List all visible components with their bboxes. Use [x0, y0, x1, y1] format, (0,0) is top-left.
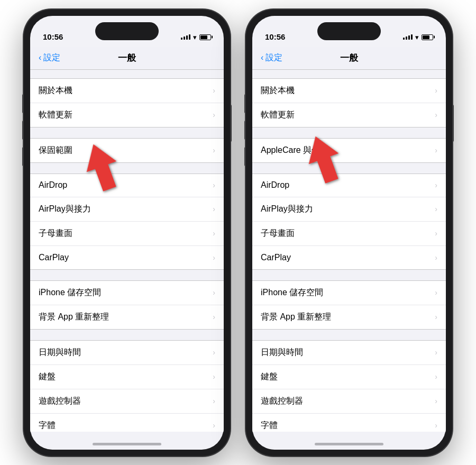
chevron-icon: ›	[435, 348, 437, 357]
signal-dot-4	[411, 34, 413, 40]
settings-content-right: 關於本機 › 軟體更新 › AppleCare 與保固 ›	[252, 70, 446, 432]
section-gap-2-left	[30, 127, 224, 138]
chevron-icon: ›	[435, 205, 437, 213]
row-label: 字體	[261, 420, 278, 431]
group-5-left: 日期與時間 › 鍵盤 › 遊戲控制器 › 字體 ›	[30, 340, 224, 432]
list-item[interactable]: 遊戲控制器 ›	[252, 389, 446, 414]
row-label: 背景 App 重新整理	[39, 312, 109, 323]
group-2-left: 保固範圍 ›	[30, 138, 224, 163]
list-item[interactable]: 字體 ›	[30, 414, 224, 432]
list-item[interactable]: 遊戲控制器 ›	[30, 389, 224, 414]
group-5-right: 日期與時間 › 鍵盤 › 遊戲控制器 › 字體 ›	[252, 340, 446, 432]
battery-fill-left	[200, 35, 207, 39]
wifi-icon-right: ▾	[415, 33, 419, 41]
row-label: 背景 App 重新整理	[261, 312, 331, 323]
list-item[interactable]: 關於本機 ›	[252, 79, 446, 103]
list-item[interactable]: 鍵盤 ›	[30, 365, 224, 389]
signal-left	[181, 34, 190, 40]
group-3-left: AirDrop › AirPlay與接力 › 子母畫面 › CarPlay ›	[30, 174, 224, 270]
settings-content-left: 關於本機 › 軟體更新 › 保固範圍 › AirDrop	[30, 70, 224, 432]
list-item[interactable]: AppleCare 與保固 ›	[252, 139, 446, 162]
row-label: 日期與時間	[261, 347, 303, 358]
list-item[interactable]: 軟體更新 ›	[30, 103, 224, 127]
list-item[interactable]: iPhone 儲存空間 ›	[252, 281, 446, 305]
section-gap-4-right	[252, 270, 446, 280]
group-2-right: AppleCare 與保固 ›	[252, 138, 446, 163]
signal-right	[403, 34, 413, 40]
chevron-icon: ›	[213, 288, 215, 297]
row-label: AirPlay與接力	[261, 204, 313, 215]
time-right: 10:56	[265, 32, 285, 42]
list-item[interactable]: AirDrop ›	[30, 174, 224, 197]
group-4-right: iPhone 儲存空間 › 背景 App 重新整理 ›	[252, 280, 446, 330]
nav-bar-left: ‹ 設定 一般	[30, 47, 224, 70]
signal-dot-2	[406, 37, 407, 40]
list-item[interactable]: 子母畫面 ›	[252, 222, 446, 246]
back-label-left: 設定	[43, 52, 60, 63]
section-gap-1-right	[252, 70, 446, 78]
list-item[interactable]: AirDrop ›	[252, 174, 446, 197]
section-gap-5-left	[30, 330, 224, 340]
chevron-icon: ›	[435, 111, 437, 119]
chevron-icon: ›	[435, 421, 437, 430]
group-1-right: 關於本機 › 軟體更新 ›	[252, 78, 446, 127]
list-item[interactable]: AirPlay與接力 ›	[252, 197, 446, 222]
list-item[interactable]: iPhone 儲存空間 ›	[30, 281, 224, 305]
home-indicator-right	[315, 443, 383, 445]
chevron-icon: ›	[435, 397, 437, 405]
chevron-icon: ›	[213, 205, 215, 213]
signal-dot-4	[189, 34, 190, 40]
list-item[interactable]: CarPlay ›	[252, 246, 446, 269]
row-label: 遊戲控制器	[39, 396, 81, 407]
chevron-icon: ›	[435, 313, 437, 321]
signal-dot-3	[186, 35, 188, 40]
status-icons-left: ▾	[181, 33, 211, 42]
list-item[interactable]: 軟體更新 ›	[252, 103, 446, 127]
row-label: 鍵盤	[39, 371, 56, 382]
home-indicator-left	[93, 443, 161, 445]
row-label: 子母畫面	[261, 228, 295, 239]
group-3-right: AirDrop › AirPlay與接力 › 子母畫面 › CarPlay ›	[252, 174, 446, 270]
back-button-right[interactable]: ‹ 設定	[261, 52, 282, 63]
row-label: 鍵盤	[261, 371, 278, 382]
list-item[interactable]: 關於本機 ›	[30, 79, 224, 103]
list-item[interactable]: CarPlay ›	[30, 246, 224, 269]
list-item[interactable]: 日期與時間 ›	[30, 341, 224, 365]
list-item[interactable]: 背景 App 重新整理 ›	[30, 305, 224, 329]
battery-fill-right	[423, 35, 429, 39]
row-label: 遊戲控制器	[261, 396, 303, 407]
page-title-left: 一般	[118, 52, 136, 64]
row-label: iPhone 儲存空間	[261, 287, 323, 298]
chevron-left-icon-left: ‹	[39, 53, 41, 62]
chevron-icon: ›	[213, 229, 215, 238]
back-button-left[interactable]: ‹ 設定	[39, 52, 60, 63]
chevron-icon: ›	[213, 146, 215, 154]
list-item[interactable]: 子母畫面 ›	[30, 222, 224, 246]
phone-right: 10:56 ▾ ‹ 設定 一般	[246, 10, 452, 456]
signal-dot-1	[181, 38, 182, 40]
list-item[interactable]: 日期與時間 ›	[252, 341, 446, 365]
back-label-right: 設定	[266, 52, 282, 63]
signal-dot-1	[403, 38, 405, 40]
row-label: 日期與時間	[39, 347, 81, 358]
chevron-icon: ›	[435, 146, 437, 154]
phone-left: 10:56 ▾ ‹ 設定 一般	[24, 10, 230, 456]
status-icons-right: ▾	[403, 33, 433, 42]
list-item[interactable]: 字體 ›	[252, 414, 446, 432]
phone-screen-right: 10:56 ▾ ‹ 設定 一般	[252, 16, 446, 450]
time-left: 10:56	[43, 32, 63, 42]
page-title-right: 一般	[340, 52, 358, 64]
row-label: 關於本機	[39, 85, 72, 96]
section-gap-2-right	[252, 127, 446, 138]
signal-dot-3	[408, 35, 410, 40]
row-label: AirPlay與接力	[39, 204, 91, 215]
section-gap-3-left	[30, 163, 224, 174]
list-item[interactable]: 背景 App 重新整理 ›	[252, 305, 446, 329]
chevron-icon: ›	[435, 253, 437, 262]
list-item[interactable]: 保固範圍 ›	[30, 139, 224, 162]
wifi-icon-left: ▾	[193, 33, 197, 41]
section-gap-5-right	[252, 330, 446, 340]
list-item[interactable]: 鍵盤 ›	[252, 365, 446, 389]
list-item[interactable]: AirPlay與接力 ›	[30, 197, 224, 222]
battery-left	[199, 34, 211, 40]
